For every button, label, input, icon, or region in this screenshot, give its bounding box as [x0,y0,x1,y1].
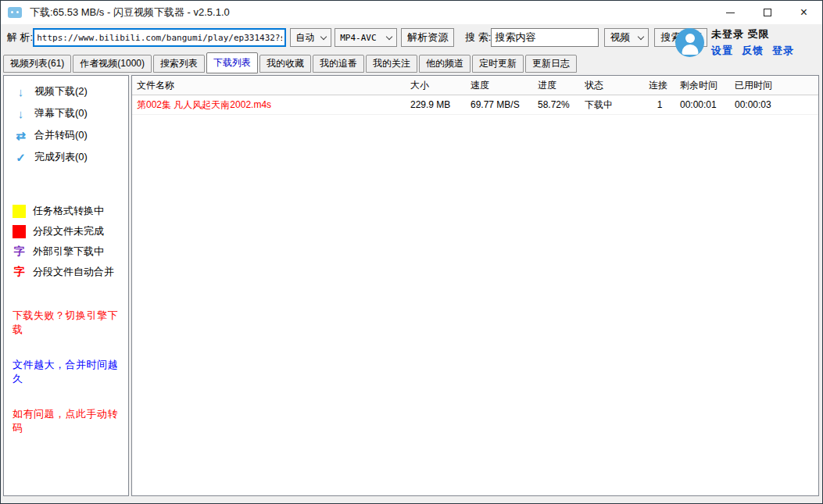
cell-file-name: 第002集 凡人风起天南2002.m4s [132,98,406,112]
format-select-value: MP4-AVC [340,33,376,43]
hint-switch-engine: 下载失败？切换引擎下载 [13,309,128,337]
main-area: ↓ 视频下载(2) ↓ 弹幕下载(0) ⇄ 合并转码(0) ✓ 完成列表(0) … [3,75,819,496]
red-char-icon: 字 [13,265,26,279]
sidebar-hints: 下载失败？切换引擎下载 文件越大，合并时间越久 如有问题，点此手动转码 [4,309,128,435]
close-icon: × [800,6,807,19]
status-legend: 任务格式转换中 分段文件未完成 字 外部引擎下载中 字 分段文件自动合并 [4,201,128,282]
maximize-button[interactable] [749,1,785,24]
feedback-link[interactable]: 反馈 [742,44,764,58]
tab-scheduled-update[interactable]: 定时更新 [472,55,524,73]
tab-changelog[interactable]: 更新日志 [525,55,577,73]
settings-link[interactable]: 设置 [711,44,733,58]
col-file-name[interactable]: 文件名称 [132,79,406,92]
tab-his-channel[interactable]: 他的频道 [419,55,471,73]
legend-item: 字 分段文件自动合并 [4,262,128,282]
minimize-button[interactable] [712,1,749,24]
cell-status: 下载中 [580,98,644,112]
tab-my-follows[interactable]: 我的关注 [366,55,417,73]
table-header: 文件名称 大小 速度 进度 状态 连接 剩余时间 已用时间 [132,76,818,95]
titlebar[interactable]: 下载:65.53 MB/s - 闪豆视频下载器 - v2.5.1.0 × [1,1,822,24]
chevron-down-icon [320,33,327,39]
col-size[interactable]: 大小 [406,79,466,92]
sidebar-item-completed-list[interactable]: ✓ 完成列表(0) [4,146,128,168]
col-progress[interactable]: 进度 [533,79,580,92]
check-icon: ✓ [14,152,27,163]
legend-label: 分段文件自动合并 [33,265,114,279]
hint-manual-transcode[interactable]: 如有问题，点此手动转码 [13,407,128,435]
legend-label: 分段文件未完成 [33,224,104,238]
window-title: 下载:65.53 MB/s - 闪豆视频下载器 - v2.5.1.0 [30,5,230,20]
tab-video-list[interactable]: 视频列表(61) [3,55,71,73]
sidebar-item-danmaku-download[interactable]: ↓ 弹幕下载(0) [4,102,128,124]
col-elapsed[interactable]: 已用时间 [730,79,785,92]
sidebar-item-label: 视频下载(2) [34,84,88,98]
cell-speed: 69.77 MB/S [466,99,533,110]
purple-char-icon: 字 [13,245,26,259]
account-panel: 未登录 受限 设置 反馈 登录 [675,27,794,58]
user-avatar-icon[interactable] [675,28,704,57]
parse-label: 解 析: [7,30,33,45]
sidebar-item-video-download[interactable]: ↓ 视频下载(2) [4,80,128,102]
red-swatch-icon [13,225,26,238]
minimize-icon [726,13,735,13]
tab-download-list[interactable]: 下载列表 [206,52,258,73]
search-label: 搜 索: [465,30,491,45]
mode-select-value: 自动 [295,31,314,45]
sidebar-item-label: 弹幕下载(0) [34,106,88,120]
chevron-down-icon [638,33,644,39]
legend-label: 外部引擎下载中 [33,245,104,259]
cell-elapsed: 00:00:03 [730,99,785,110]
col-remaining[interactable]: 剩余时间 [675,79,730,92]
mode-select[interactable]: 自动 [290,28,331,47]
cell-progress: 58.72% [533,99,580,110]
url-input[interactable] [33,28,286,47]
close-button[interactable]: × [785,1,822,24]
tab-author-videos[interactable]: 作者视频(1000) [73,55,152,73]
col-status[interactable]: 状态 [580,79,644,92]
legend-item: 字 外部引擎下载中 [4,241,128,262]
download-list-panel: 文件名称 大小 速度 进度 状态 连接 剩余时间 已用时间 第002集 凡人风起… [131,75,819,496]
cell-remaining: 00:00:01 [675,99,730,110]
cell-connections: 1 [644,99,675,110]
yellow-swatch-icon [13,205,26,218]
sidebar: ↓ 视频下载(2) ↓ 弹幕下载(0) ⇄ 合并转码(0) ✓ 完成列表(0) … [3,75,129,496]
parse-resource-button[interactable]: 解析资源 [401,28,454,47]
login-link[interactable]: 登录 [772,44,794,58]
chevron-down-icon [386,33,392,39]
legend-label: 任务格式转换中 [33,204,104,218]
legend-item: 分段文件未完成 [4,221,128,241]
search-type-value: 视频 [610,30,630,45]
login-status: 未登录 受限 [711,27,794,41]
sidebar-item-label: 合并转码(0) [34,128,88,142]
search-input[interactable] [491,28,599,47]
sidebar-item-merge-transcode[interactable]: ⇄ 合并转码(0) [4,124,128,146]
tab-search-list[interactable]: 搜索列表 [153,55,205,73]
legend-item: 任务格式转换中 [4,201,128,221]
app-window: 下载:65.53 MB/s - 闪豆视频下载器 - v2.5.1.0 × 解 析… [0,0,823,504]
maximize-icon [764,9,771,16]
hint-merge-time: 文件越大，合并时间越久 [13,358,128,386]
tab-my-favorites[interactable]: 我的收藏 [259,55,311,73]
cell-size: 229.9 MB [406,99,466,110]
app-logo-icon [8,7,22,18]
download-arrow-icon: ↓ [14,108,27,120]
table-row[interactable]: 第002集 凡人风起天南2002.m4s 229.9 MB 69.77 MB/S… [132,95,818,115]
sidebar-item-label: 完成列表(0) [34,150,88,164]
col-connections[interactable]: 连接 [644,79,675,92]
swap-arrows-icon: ⇄ [14,130,27,141]
tab-my-bangumi[interactable]: 我的追番 [313,55,364,73]
download-arrow-icon: ↓ [14,86,27,98]
search-type-select[interactable]: 视频 [604,28,649,47]
format-select[interactable]: MP4-AVC [335,28,397,47]
col-speed[interactable]: 速度 [466,79,533,92]
